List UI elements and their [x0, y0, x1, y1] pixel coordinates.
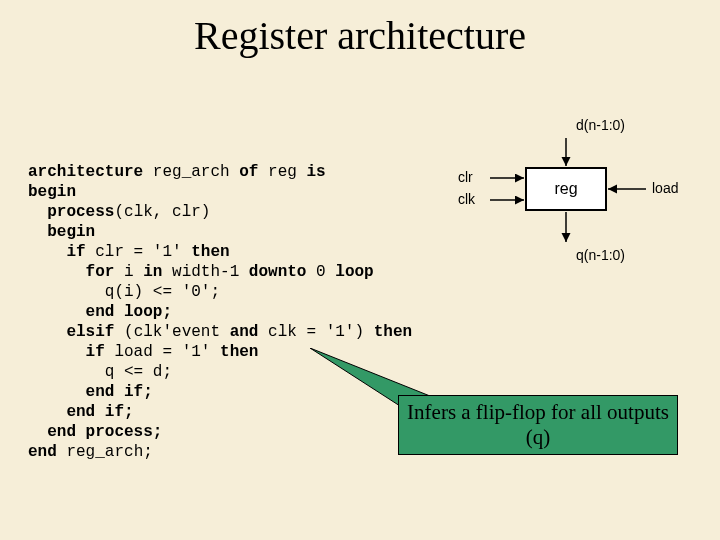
t	[28, 263, 86, 281]
slide-title: Register architecture	[0, 12, 720, 59]
t: clr = '1'	[86, 243, 192, 261]
code-block: architecture reg_arch of reg is begin pr…	[28, 162, 412, 462]
kw: loop	[335, 263, 373, 281]
t: i	[114, 263, 143, 281]
kw: begin	[28, 183, 76, 201]
t: q(i) <= '0';	[28, 283, 220, 301]
kw: of	[239, 163, 258, 181]
kw: then	[220, 343, 258, 361]
diagram-load-label: load	[652, 180, 678, 196]
t	[28, 303, 86, 321]
kw: end if;	[86, 383, 153, 401]
kw: then	[191, 243, 229, 261]
kw: elsif	[66, 323, 114, 341]
t	[28, 323, 66, 341]
kw: if	[66, 243, 85, 261]
kw: for	[86, 263, 115, 281]
register-diagram: reg d(n-1:0) clr clk load q(n-1:0)	[438, 110, 708, 290]
kw: end loop;	[86, 303, 172, 321]
t: clk = '1')	[258, 323, 373, 341]
kw: and	[230, 323, 259, 341]
t: q <= d;	[28, 363, 172, 381]
diagram-center: reg	[554, 180, 577, 197]
diagram-bottom-label: q(n-1:0)	[576, 247, 625, 263]
kw: end process;	[47, 423, 162, 441]
diagram-clr-label: clr	[458, 169, 473, 185]
t	[28, 343, 86, 361]
t	[28, 243, 66, 261]
kw: process	[47, 203, 114, 221]
t: load = '1'	[105, 343, 220, 361]
diagram-clk-label: clk	[458, 191, 476, 207]
kw: is	[306, 163, 325, 181]
t: width-1	[162, 263, 248, 281]
t: reg_arch;	[57, 443, 153, 461]
callout: Infers a flip-flop for all outputs (q)	[398, 395, 678, 455]
kw: in	[143, 263, 162, 281]
kw: if	[86, 343, 105, 361]
t	[28, 403, 66, 421]
t	[28, 203, 47, 221]
kw: begin	[28, 223, 95, 241]
t: (clk, clr)	[114, 203, 210, 221]
kw: end	[28, 443, 57, 461]
kw: end if;	[66, 403, 133, 421]
t: reg_arch	[143, 163, 239, 181]
kw: architecture	[28, 163, 143, 181]
kw: then	[374, 323, 412, 341]
t: (clk'event	[114, 323, 229, 341]
diagram-top-label: d(n-1:0)	[576, 117, 625, 133]
t	[28, 383, 86, 401]
t	[28, 423, 47, 441]
t: reg	[258, 163, 306, 181]
kw: downto	[249, 263, 307, 281]
t: 0	[306, 263, 335, 281]
